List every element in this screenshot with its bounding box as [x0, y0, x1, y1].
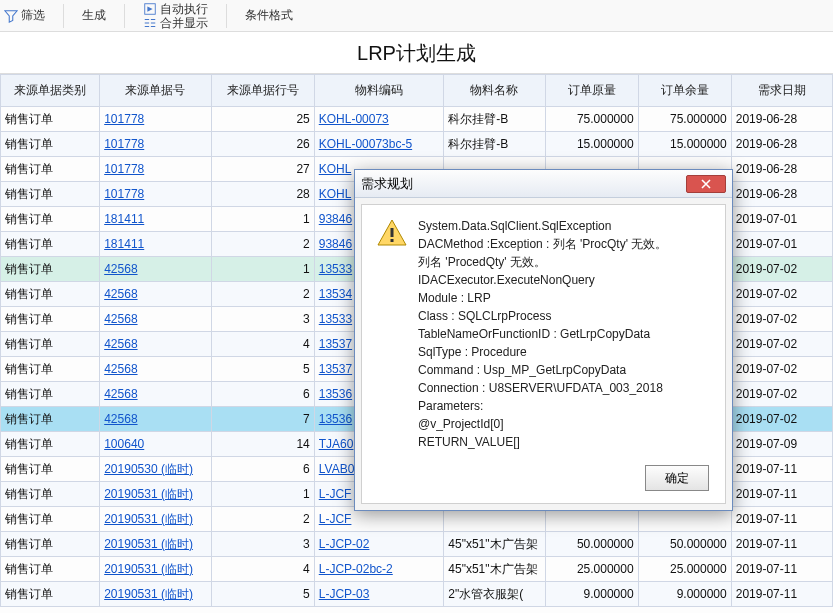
cell-demand-date: 2019-07-11	[731, 507, 832, 532]
autorun-label: 自动执行	[160, 2, 208, 16]
cell-doc-no[interactable]: 42568	[100, 357, 211, 382]
table-row[interactable]: 销售订单10177825KOHL-00073科尔挂臂-B75.00000075.…	[1, 107, 833, 132]
funnel-icon	[4, 9, 18, 23]
cell-remain-qty: 15.000000	[638, 132, 731, 157]
cell-doc-no[interactable]: 42568	[100, 307, 211, 332]
cell-material-name: 45"x51"木广告架	[444, 532, 545, 557]
cell-doc-no[interactable]: 100640	[100, 432, 211, 457]
table-row[interactable]: 销售订单20190531 (临时)5L-JCP-032"水管衣服架(9.0000…	[1, 582, 833, 607]
cell-material-code[interactable]: L-JCP-02	[314, 532, 444, 557]
cell-doc-type: 销售订单	[1, 382, 100, 407]
cond-format-button[interactable]: 条件格式	[245, 7, 293, 24]
cell-doc-no[interactable]: 20190531 (临时)	[100, 532, 211, 557]
cell-material-code[interactable]: KOHL-00073	[314, 107, 444, 132]
filter-button[interactable]: 筛选	[4, 7, 45, 24]
cell-order-qty: 25.000000	[545, 557, 638, 582]
column-header[interactable]: 需求日期	[731, 75, 832, 107]
column-header[interactable]: 来源单据类别	[1, 75, 100, 107]
cell-demand-date: 2019-06-28	[731, 132, 832, 157]
table-row[interactable]: 销售订单20190531 (临时)3L-JCP-0245"x51"木广告架50.…	[1, 532, 833, 557]
cell-doc-no[interactable]: 101778	[100, 132, 211, 157]
cell-doc-type: 销售订单	[1, 507, 100, 532]
merge-display-button[interactable]: 合并显示	[143, 16, 208, 30]
cell-doc-no[interactable]: 101778	[100, 182, 211, 207]
column-header[interactable]: 物料名称	[444, 75, 545, 107]
cell-doc-type: 销售订单	[1, 132, 100, 157]
filter-label: 筛选	[21, 7, 45, 24]
table-row[interactable]: 销售订单20190531 (临时)4L-JCP-02bc-245"x51"木广告…	[1, 557, 833, 582]
cell-line-no: 1	[211, 257, 314, 282]
column-header[interactable]: 订单原量	[545, 75, 638, 107]
cell-doc-no[interactable]: 20190530 (临时)	[100, 457, 211, 482]
cell-line-no: 7	[211, 407, 314, 432]
cell-doc-no[interactable]: 101778	[100, 157, 211, 182]
dialog-ok-button[interactable]: 确定	[645, 465, 709, 491]
cell-doc-type: 销售订单	[1, 332, 100, 357]
cell-line-no: 4	[211, 332, 314, 357]
cell-demand-date: 2019-06-28	[731, 182, 832, 207]
cell-material-name: 45"x51"木广告架	[444, 557, 545, 582]
cell-doc-no[interactable]: 42568	[100, 257, 211, 282]
generate-button[interactable]: 生成	[82, 7, 106, 24]
column-header[interactable]: 物料编码	[314, 75, 444, 107]
cell-line-no: 1	[211, 482, 314, 507]
cell-doc-type: 销售订单	[1, 432, 100, 457]
cell-doc-no[interactable]: 20190531 (临时)	[100, 582, 211, 607]
cell-order-qty: 75.000000	[545, 107, 638, 132]
autorun-icon	[143, 2, 157, 16]
cell-doc-no[interactable]: 101778	[100, 107, 211, 132]
cell-doc-no[interactable]: 42568	[100, 332, 211, 357]
cell-order-qty: 15.000000	[545, 132, 638, 157]
cell-doc-type: 销售订单	[1, 357, 100, 382]
cell-doc-no[interactable]: 20190531 (临时)	[100, 482, 211, 507]
cell-demand-date: 2019-07-02	[731, 282, 832, 307]
cell-order-qty: 9.000000	[545, 582, 638, 607]
cell-doc-type: 销售订单	[1, 407, 100, 432]
merge-icon	[143, 16, 157, 30]
dialog-title-bar[interactable]: 需求规划	[355, 170, 732, 198]
column-header[interactable]: 来源单据号	[100, 75, 211, 107]
cell-doc-type: 销售订单	[1, 307, 100, 332]
cell-doc-no[interactable]: 42568	[100, 282, 211, 307]
cell-demand-date: 2019-07-11	[731, 532, 832, 557]
cell-doc-no[interactable]: 181411	[100, 232, 211, 257]
column-header[interactable]: 来源单据行号	[211, 75, 314, 107]
cell-material-name: 科尔挂臂-B	[444, 107, 545, 132]
cell-demand-date: 2019-06-28	[731, 157, 832, 182]
cell-line-no: 26	[211, 132, 314, 157]
cell-material-code[interactable]: L-JCP-02bc-2	[314, 557, 444, 582]
table-row[interactable]: 销售订单10177826KOHL-00073bc-5科尔挂臂-B15.00000…	[1, 132, 833, 157]
warning-icon	[376, 217, 408, 249]
cell-line-no: 28	[211, 182, 314, 207]
cell-doc-type: 销售订单	[1, 282, 100, 307]
cell-doc-no[interactable]: 181411	[100, 207, 211, 232]
cond-format-label: 条件格式	[245, 7, 293, 24]
cell-doc-type: 销售订单	[1, 257, 100, 282]
cell-demand-date: 2019-06-28	[731, 107, 832, 132]
cell-doc-no[interactable]: 20190531 (临时)	[100, 507, 211, 532]
dialog-title-text: 需求规划	[361, 175, 413, 193]
cell-remain-qty: 75.000000	[638, 107, 731, 132]
cell-doc-type: 销售订单	[1, 532, 100, 557]
cell-doc-type: 销售订单	[1, 182, 100, 207]
cell-doc-type: 销售订单	[1, 457, 100, 482]
cell-demand-date: 2019-07-02	[731, 307, 832, 332]
column-header[interactable]: 订单余量	[638, 75, 731, 107]
cell-doc-no[interactable]: 42568	[100, 382, 211, 407]
cell-doc-type: 销售订单	[1, 232, 100, 257]
cell-doc-no[interactable]: 20190531 (临时)	[100, 557, 211, 582]
cell-line-no: 1	[211, 207, 314, 232]
svg-rect-2	[391, 239, 394, 242]
autorun-button[interactable]: 自动执行	[143, 2, 208, 16]
merge-label: 合并显示	[160, 16, 208, 30]
cell-doc-no[interactable]: 42568	[100, 407, 211, 432]
dialog-close-button[interactable]	[686, 175, 726, 193]
svg-rect-1	[391, 228, 394, 237]
cell-doc-type: 销售订单	[1, 557, 100, 582]
cell-material-code[interactable]: L-JCP-03	[314, 582, 444, 607]
cell-material-code[interactable]: KOHL-00073bc-5	[314, 132, 444, 157]
toolbar-sep	[226, 4, 227, 28]
cell-demand-date: 2019-07-11	[731, 582, 832, 607]
cell-demand-date: 2019-07-02	[731, 357, 832, 382]
cell-doc-type: 销售订单	[1, 157, 100, 182]
